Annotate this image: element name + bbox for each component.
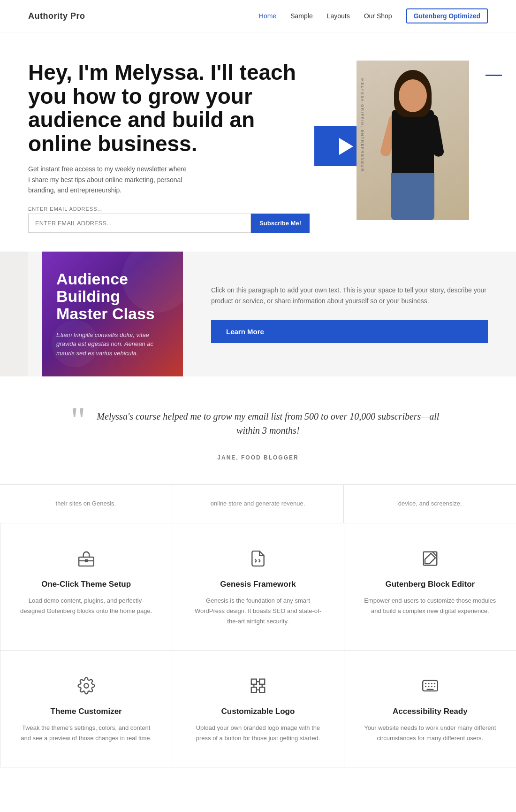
nav-layouts[interactable]: Layouts [327,12,350,20]
features-intro: their sites on Genesis. online store and… [0,484,516,523]
feature-theme-setup-title: One-Click Theme Setup [19,580,153,589]
svg-line-4 [255,561,257,562]
nav-sample[interactable]: Sample [290,12,312,20]
feature-logo: Customizable Logo Upload your own brande… [172,651,344,767]
feature-customizer-title: Theme Customizer [19,707,153,716]
toolbox-icon [75,547,98,570]
learn-more-button[interactable]: Learn More [211,320,488,343]
feature-customizer: Theme Customizer Tweak the theme's setti… [0,651,172,767]
featured-content: Click on this paragraph to add your own … [183,252,516,377]
feature-logo-desc: Upload your own branded logo image with … [191,723,325,743]
feature-accessibility: Accessibility Ready Your website needs t… [344,651,516,767]
svg-rect-12 [259,687,265,692]
hero-description: Get instant free access to my weekly new… [28,164,188,195]
testimonial-author: JANE, FOOD BLOGGER [28,454,488,461]
nav-shop[interactable]: Our Shop [364,12,392,20]
play-icon [339,138,353,155]
email-label: ENTER EMAIL ADDRESS... [28,206,310,212]
hero-form: ENTER EMAIL ADDRESS... Subscribe Me! [28,206,310,233]
svg-rect-9 [251,679,257,684]
svg-rect-11 [251,687,257,692]
featured-spacer [0,252,28,377]
featured-card-title: Audience Building Master Class [56,270,169,323]
nav-home[interactable]: Home [259,12,276,20]
decorative-line [486,75,502,76]
email-input[interactable] [28,214,251,233]
photo-label: MELYSSA GRIFFIN, ENTREPRENEUR [360,78,364,172]
feature-gutenberg: Gutenberg Block Editor Empower end-users… [344,523,516,651]
code-file-icon [246,547,270,570]
subscribe-button[interactable]: Subscribe Me! [251,214,310,233]
hero-form-row: Subscribe Me! [28,214,310,233]
featured-card-body: Etiam fringilla convallis dolor, vitae g… [56,330,169,358]
svg-rect-10 [259,679,265,684]
hero-left: Hey, I'm Melyssa. I'll teach you how to … [28,61,328,233]
feature-logo-title: Customizable Logo [191,707,325,716]
feature-genesis-desc: Genesis is the foundation of any smart W… [191,596,325,627]
featured-text: Click on this paragraph to add your own … [211,285,488,307]
intro-cell-3: device, and screensize. [344,485,516,523]
svg-point-8 [84,684,89,689]
quote-mark-icon: " [70,409,86,432]
featured-section: Audience Building Master Class Etiam fri… [0,252,516,377]
features-grid: One-Click Theme Setup Load demo content,… [0,523,516,767]
feature-genesis-title: Genesis Framework [191,580,325,589]
hero-title: Hey, I'm Melyssa. I'll teach you how to … [28,61,310,155]
edit-block-icon [418,547,442,570]
feature-gutenberg-title: Gutenberg Block Editor [363,580,497,589]
feature-accessibility-title: Accessibility Ready [363,707,497,716]
intro-cell-2: online store and generate revenue. [172,485,344,523]
svg-rect-2 [84,559,87,562]
featured-card: Audience Building Master Class Etiam fri… [42,252,183,377]
nav-gutenberg[interactable]: Gutenberg Optimized [406,8,488,23]
gear-icon [75,674,98,697]
testimonial-quote: Melyssa's course helped me to grow my em… [91,409,446,437]
hero-photo: MELYSSA GRIFFIN, ENTREPRENEUR [357,61,469,220]
logo-frame-icon [246,674,270,697]
feature-theme-setup: One-Click Theme Setup Load demo content,… [0,523,172,651]
hero-right: MELYSSA GRIFFIN, ENTREPRENEUR [328,61,488,220]
svg-line-6 [259,561,260,562]
nav-links: Home Sample Layouts Our Shop Gutenberg O… [259,8,488,23]
hero-section: Hey, I'm Melyssa. I'll teach you how to … [0,32,516,233]
feature-theme-setup-desc: Load demo content, plugins, and perfectl… [19,596,153,616]
site-logo: Authority Pro [28,11,85,21]
feature-genesis: Genesis Framework Genesis is the foundat… [172,523,344,651]
feature-customizer-desc: Tweak the theme's settings, colors, and … [19,723,153,743]
keyboard-icon [418,674,442,697]
feature-accessibility-desc: Your website needs to work under many di… [363,723,497,743]
feature-gutenberg-desc: Empower end-users to customize those mod… [363,596,497,616]
intro-cell-1: their sites on Genesis. [0,485,172,523]
navigation: Authority Pro Home Sample Layouts Our Sh… [0,0,516,32]
testimonial-section: " Melyssa's course helped me to grow my … [0,376,516,484]
